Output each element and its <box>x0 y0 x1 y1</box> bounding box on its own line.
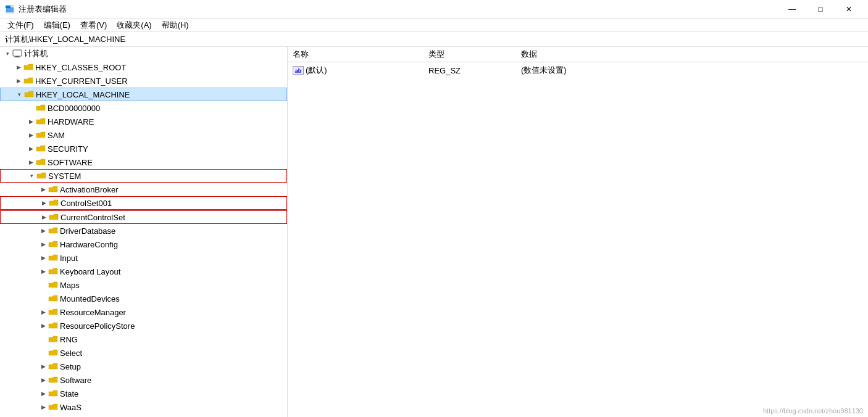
tree-node-hardware[interactable]: ▶ HARDWARE <box>0 115 287 128</box>
node-label-hkcu: HKEY_CURRENT_USER <box>35 76 128 86</box>
tree-node-state[interactable]: ▶ State <box>0 387 287 400</box>
folder-icon-hardwareconfig <box>48 240 58 249</box>
node-label-security: SECURITY <box>48 144 88 154</box>
tree-panel[interactable]: ▾ 计算机 ▶ HKEY_CLASSES_ROOT ▶ H <box>0 47 288 417</box>
node-label-hardwareconfig: HardwareConfig <box>60 240 118 249</box>
tree-node-setup[interactable]: ▶ Setup <box>0 360 287 373</box>
title-bar-left: 注册表编辑器 <box>5 4 67 15</box>
tree-node-waas[interactable]: ▶ WaaS <box>0 400 287 414</box>
table-header: 名称 类型 数据 <box>288 47 868 62</box>
folder-icon-hkcr <box>23 63 33 72</box>
node-label-activationbroker: ActivationBroker <box>60 185 119 194</box>
folder-icon-software2 <box>48 376 58 384</box>
table-body: ab (默认) REG_SZ (数值未设置) <box>288 62 868 79</box>
title-bar-controls: — □ ✕ <box>778 0 863 19</box>
tree-node-resourcepolicystore[interactable]: ▶ ResourcePolicyStore <box>0 319 287 332</box>
expand-icon-computer: ▾ <box>2 49 12 59</box>
menu-favorites[interactable]: 收藏夹(A) <box>112 19 156 32</box>
node-label-driverdatabase: DriverDatabase <box>60 226 115 236</box>
folder-icon-security <box>36 144 46 153</box>
expand-icon-resourcemanager: ▶ <box>38 307 48 317</box>
tree-node-computer[interactable]: ▾ 计算机 <box>0 47 287 60</box>
node-label-bcd: BCD00000000 <box>48 104 100 113</box>
node-label-rng: RNG <box>60 335 78 344</box>
col-name[interactable]: 名称 <box>288 47 424 62</box>
right-panel: 名称 类型 数据 ab (默认) REG_SZ (数值未设置) <box>288 47 868 417</box>
expand-icon-keyboardlayout: ▶ <box>38 266 48 276</box>
tree-node-hkey-current-user[interactable]: ▶ HKEY_CURRENT_USER <box>0 74 287 88</box>
tree-node-hkey-local-machine[interactable]: ▾ HKEY_LOCAL_MACHINE <box>0 88 287 101</box>
node-label-resourcepolicystore: ResourcePolicyStore <box>60 321 135 331</box>
expand-icon-system: ▾ <box>27 171 36 181</box>
computer-icon <box>12 49 22 58</box>
tree-node-input[interactable]: ▶ Input <box>0 251 287 265</box>
folder-icon-keyboardlayout <box>48 267 58 276</box>
tree-node-software2[interactable]: ▶ Software <box>0 373 287 387</box>
expand-icon-software-hklm: ▶ <box>26 157 36 167</box>
node-label-sam: SAM <box>48 131 65 140</box>
svg-rect-3 <box>13 50 22 56</box>
tree-node-driverdatabase[interactable]: ▶ DriverDatabase <box>0 224 287 237</box>
tree-node-currentcontrolset[interactable]: ▶ CurrentControlSet <box>0 210 287 224</box>
folder-icon-hardware <box>36 117 46 126</box>
node-label-waas: WaaS <box>60 403 81 412</box>
node-label-software2: Software <box>60 376 91 385</box>
title-bar: 注册表编辑器 — □ ✕ <box>0 0 868 19</box>
expand-icon-software2: ▶ <box>38 375 48 385</box>
cell-data: (数值未设置) <box>516 62 868 79</box>
tree-node-maps[interactable]: ▶ Maps <box>0 278 287 292</box>
col-data[interactable]: 数据 <box>516 47 868 62</box>
folder-icon-setup <box>48 362 58 371</box>
tree-node-hkey-classes-root[interactable]: ▶ HKEY_CLASSES_ROOT <box>0 60 287 74</box>
tree-node-security[interactable]: ▶ SECURITY <box>0 142 287 155</box>
expand-icon-waas: ▶ <box>38 402 48 412</box>
maximize-button[interactable]: □ <box>806 0 835 19</box>
folder-icon-driverdatabase <box>48 226 58 235</box>
app-icon <box>5 4 15 14</box>
expand-icon-setup: ▶ <box>38 361 48 371</box>
folder-icon-maps <box>48 281 58 289</box>
menu-bar: 文件(F) 编辑(E) 查看(V) 收藏夹(A) 帮助(H) <box>0 19 868 32</box>
menu-file[interactable]: 文件(F) <box>2 19 39 32</box>
tree-scroll: ▾ 计算机 ▶ HKEY_CLASSES_ROOT ▶ H <box>0 47 287 414</box>
expand-icon-hklm: ▾ <box>14 89 24 99</box>
node-label-resourcemanager: ResourceManager <box>60 308 126 317</box>
folder-icon-hklm <box>24 90 34 99</box>
tree-node-resourcemanager[interactable]: ▶ ResourceManager <box>0 305 287 319</box>
svg-rect-5 <box>14 57 20 57</box>
tree-node-mounteddevices[interactable]: ▶ MountedDevices <box>0 292 287 305</box>
menu-view[interactable]: 查看(V) <box>75 19 112 32</box>
tree-node-controlset001[interactable]: ▶ ControlSet001 <box>0 196 287 210</box>
expand-icon-sam: ▶ <box>26 130 36 140</box>
table-row[interactable]: ab (默认) REG_SZ (数值未设置) <box>288 62 868 79</box>
cell-type: REG_SZ <box>424 62 516 79</box>
folder-icon-input <box>48 254 58 262</box>
expand-icon-resourcepolicystore: ▶ <box>38 321 48 331</box>
svg-rect-2 <box>6 6 10 8</box>
folder-icon-waas <box>48 403 58 411</box>
col-type[interactable]: 类型 <box>424 47 516 62</box>
folder-icon-activationbroker <box>48 185 58 194</box>
node-label-select: Select <box>60 349 82 358</box>
menu-help[interactable]: 帮助(H) <box>157 19 194 32</box>
tree-node-bcd[interactable]: ▶ BCD00000000 <box>0 101 287 115</box>
node-label-maps: Maps <box>60 281 80 290</box>
tree-node-hardwareconfig[interactable]: ▶ HardwareConfig <box>0 237 287 251</box>
close-button[interactable]: ✕ <box>835 0 863 19</box>
minimize-button[interactable]: — <box>778 0 806 19</box>
menu-edit[interactable]: 编辑(E) <box>39 19 75 32</box>
node-label-setup: Setup <box>60 362 81 371</box>
expand-icon-hkcu: ▶ <box>14 76 23 86</box>
tree-node-rng[interactable]: ▶ RNG <box>0 332 287 346</box>
tree-node-system[interactable]: ▾ SYSTEM <box>0 169 287 183</box>
address-path: 计算机\HKEY_LOCAL_MACHINE <box>5 34 125 45</box>
tree-node-select[interactable]: ▶ Select <box>0 346 287 360</box>
tree-node-activationbroker[interactable]: ▶ ActivationBroker <box>0 183 287 196</box>
reg-value-name: (默认) <box>306 65 327 76</box>
node-label-hardware: HARDWARE <box>48 117 94 126</box>
tree-node-software-hklm[interactable]: ▶ SOFTWARE <box>0 155 287 169</box>
expand-icon-hardwareconfig: ▶ <box>38 239 48 249</box>
node-label-computer: 计算机 <box>24 48 48 59</box>
tree-node-keyboardlayout[interactable]: ▶ Keyboard Layout <box>0 265 287 278</box>
tree-node-sam[interactable]: ▶ SAM <box>0 128 287 142</box>
